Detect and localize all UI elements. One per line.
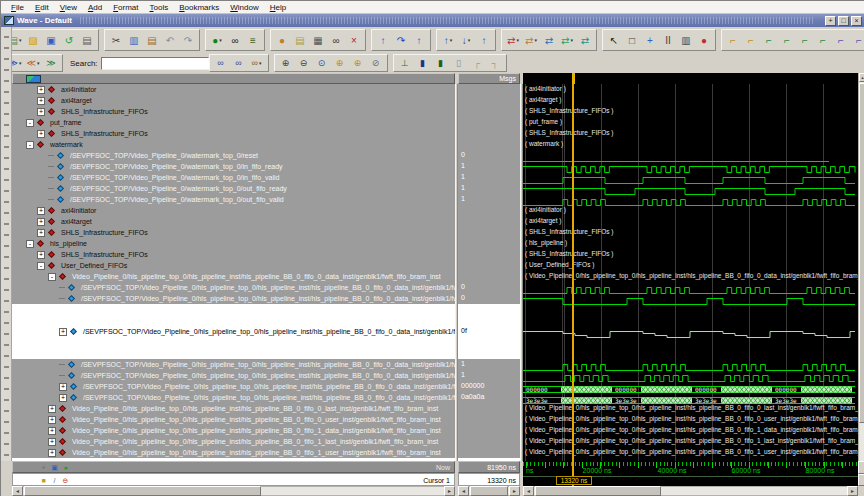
swap-gold-icon[interactable]: ⇄▾ (523, 32, 539, 48)
group-row[interactable]: +SHLS_Infrastructure_FIFOs (12, 249, 455, 260)
expander-icon[interactable]: - (37, 262, 45, 270)
cut-icon[interactable]: ✂ (108, 32, 124, 48)
signal-row[interactable]: +/SEVPFSOC_TOP/Video_Pipeline_0/hls_pipe… (12, 381, 455, 392)
group-row[interactable]: +Video_Pipeline_0/hls_pipeline_top_0/hls… (12, 447, 455, 458)
signal-row[interactable]: /SEVPFSOC_TOP/Video_Pipeline_0/hls_pipel… (12, 359, 455, 370)
stoplight-icon[interactable]: ● (696, 32, 712, 48)
signal-row[interactable]: /SEVPFSOC_TOP/Video_Pipeline_0/hls_pipel… (12, 293, 455, 304)
undock-button[interactable]: □ (838, 16, 849, 26)
add-to-log-icon[interactable]: ≫ (43, 56, 59, 70)
expander-icon[interactable]: + (37, 86, 45, 94)
open-folder-icon[interactable]: ▨ (25, 32, 41, 48)
menu-file[interactable]: File (11, 3, 24, 12)
add-time-icon[interactable]: ● (61, 463, 70, 472)
delete-cursor-icon[interactable]: ⊖ (61, 476, 70, 485)
grid-icon[interactable]: ▦ (310, 32, 326, 48)
signal-row[interactable]: /SEVPFSOC_TOP/Video_Pipeline_0/watermark… (12, 150, 455, 161)
msgs-column-header[interactable]: Msgs (458, 73, 520, 84)
select-mode-icon[interactable]: ↖ (606, 32, 622, 48)
toggle-leaf-names-icon[interactable]: ⊥ (397, 56, 413, 70)
expander-icon[interactable]: + (37, 108, 45, 116)
group-row[interactable]: +SHLS_Infrastructure_FIFOs (12, 128, 455, 139)
search-input[interactable] (102, 58, 216, 69)
group-row[interactable]: +axi4target (12, 216, 455, 227)
cursor-time-flag[interactable]: 13320 ns (556, 476, 592, 485)
cursor1-row[interactable]: ■/⊖ Cursor 1 (12, 473, 455, 486)
group-row[interactable]: +SHLS_Infrastructure_FIFOs (12, 106, 455, 117)
expanded-time-deltas-icon[interactable]: ⌐ (725, 32, 741, 48)
zoom-out-icon[interactable]: ⊖ (296, 56, 312, 70)
group-row[interactable]: -User_Defined_FIFOs (12, 260, 455, 271)
print-icon[interactable]: ▤ (79, 32, 95, 48)
find-binoculars-icon[interactable]: ∞ (227, 32, 243, 48)
swap-blue-icon[interactable]: ⇄ (541, 32, 557, 48)
group-row[interactable]: -Video_Pipeline_0/hls_pipeline_top_0/hls… (12, 271, 455, 282)
zoom-range-icon[interactable]: ⊕ (350, 56, 366, 70)
expander-icon[interactable]: - (26, 119, 34, 127)
expander-icon[interactable]: + (48, 416, 56, 424)
pan-mode-icon[interactable]: + (642, 32, 658, 48)
link-cursor-icon[interactable]: ▣ (50, 463, 59, 472)
menu-tools[interactable]: Tools (150, 3, 169, 12)
next-expanded-icon[interactable]: ⌐ (851, 32, 864, 48)
timeline-ruler[interactable]: 13320 ns ns20000 ns40000 ns60000 ns80000… (523, 461, 858, 486)
values-hscroll-thumb[interactable] (470, 486, 508, 496)
move-up-icon[interactable]: ↑▾ (440, 32, 456, 48)
signal-row[interactable]: /SEVPFSOC_TOP/Video_Pipeline_0/watermark… (12, 161, 455, 172)
signal-row[interactable]: /SEVPFSOC_TOP/Video_Pipeline_0/watermark… (12, 172, 455, 183)
menu-view[interactable]: View (60, 3, 77, 12)
cursor-pair-icon[interactable]: II (660, 32, 676, 48)
run-icon[interactable]: ●▾ (209, 32, 225, 48)
show-list-icon[interactable]: ≡ (245, 32, 261, 48)
expander-icon[interactable]: + (48, 427, 56, 435)
zoom-other-icon[interactable]: ⊘ (368, 56, 384, 70)
swap-red-icon[interactable]: ⇄▾ (505, 32, 521, 48)
edit-columns-icon[interactable]: ▥ (678, 32, 694, 48)
zoom-mode-icon[interactable]: □ (624, 32, 640, 48)
group-row[interactable]: +axi4initiator (12, 84, 455, 95)
collapse-rows-icon[interactable]: ┐ (487, 56, 503, 70)
group-row[interactable]: +axi4initiator (12, 205, 455, 216)
group-row[interactable]: +axi4target (12, 95, 455, 106)
menu-window[interactable]: Window (230, 3, 258, 12)
find-next-icon[interactable]: ∞ (213, 56, 229, 70)
group-row[interactable]: -hls_pipeline (12, 238, 455, 249)
signal-tree-pane[interactable]: +axi4initiator+axi4target+SHLS_Infrastru… (12, 84, 455, 461)
search-options-icon[interactable]: ∞▾ (249, 56, 265, 70)
menu-help[interactable]: Help (270, 3, 286, 12)
name-column-header[interactable] (12, 73, 455, 84)
wave-hscroll-right-arrow[interactable]: ► (847, 486, 858, 496)
tree-hscroll-right-arrow[interactable]: ► (444, 486, 455, 496)
values-pane[interactable]: 01111000f110000000a0a0a (458, 84, 520, 461)
group-row[interactable]: +SHLS_Infrastructure_FIFOs (12, 227, 455, 238)
show-short-names-icon[interactable]: ▮ (433, 56, 449, 70)
find-previous-icon[interactable]: ∞ (231, 56, 247, 70)
expander-icon[interactable]: + (37, 251, 45, 259)
signal-row[interactable]: /SEVPFSOC_TOP/Video_Pipeline_0/hls_pipel… (12, 282, 455, 293)
lock-cursor-icon[interactable]: ■ (39, 476, 48, 485)
zoom-in-icon[interactable]: ⊕ (278, 56, 294, 70)
group-row[interactable]: +Video_Pipeline_0/hls_pipeline_top_0/hls… (12, 414, 455, 425)
menu-add[interactable]: Add (88, 3, 102, 12)
group-row[interactable]: -put_frame (12, 117, 455, 128)
expander-icon[interactable]: + (48, 438, 56, 446)
note-icon[interactable]: ▤ (292, 32, 308, 48)
expander-icon[interactable]: + (37, 97, 45, 105)
menu-format[interactable]: Format (113, 3, 138, 12)
dock-plus-button[interactable]: + (825, 16, 836, 26)
group-row[interactable]: +Video_Pipeline_0/hls_pipeline_top_0/hls… (12, 425, 455, 436)
menu-edit[interactable]: Edit (35, 3, 49, 12)
expand-time-icon[interactable]: ⌐ (797, 32, 813, 48)
reload-icon[interactable]: ↺ (61, 32, 77, 48)
zoom-full-icon[interactable]: ⊙ (314, 56, 330, 70)
expander-icon[interactable]: + (37, 229, 45, 237)
swap-teal-icon[interactable]: ⇄ (577, 32, 593, 48)
signal-row[interactable]: +/SEVPFSOC_TOP/Video_Pipeline_0/hls_pipe… (12, 392, 455, 403)
edit-cursor-icon[interactable]: / (50, 476, 59, 485)
vertical-scroll-thumb[interactable] (859, 83, 864, 423)
waveform-pane[interactable]: ( axi4initiator )( axi4target )( SHLS_In… (523, 84, 858, 461)
expanded-time-events-icon[interactable]: ⌐ (743, 32, 759, 48)
scroll-up-button[interactable]: ▲ (859, 73, 864, 82)
expander-icon[interactable]: + (59, 394, 67, 402)
values-hscroll-left-arrow[interactable]: ◄ (458, 486, 469, 496)
